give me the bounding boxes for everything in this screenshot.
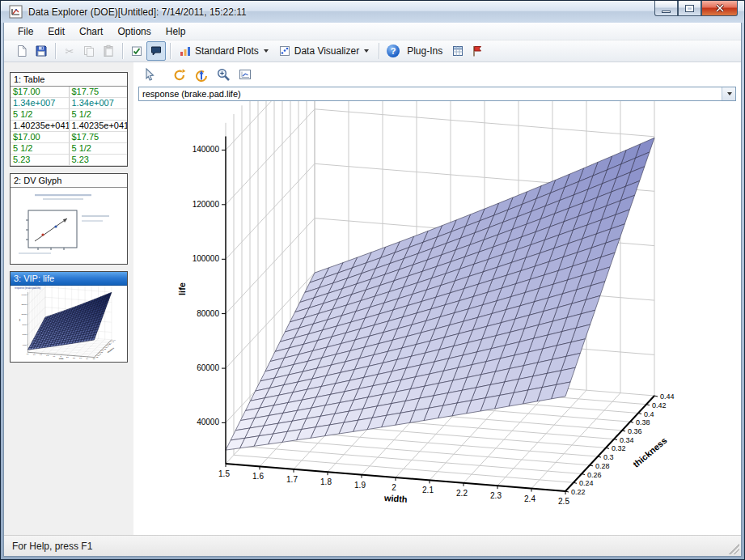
svg-text:2.1: 2.1 [66, 356, 69, 358]
panel-table[interactable]: 1: Table $17.00$17.75 1.34e+0071.34e+007… [10, 72, 128, 167]
svg-text:0.3: 0.3 [603, 453, 614, 461]
dv-glyph-preview [11, 188, 127, 264]
mini-table: $17.00$17.75 1.34e+0071.34e+007 5 1/25 1… [11, 87, 127, 166]
svg-text:0.32: 0.32 [104, 348, 106, 350]
scissors-icon: ✂ [66, 46, 74, 57]
zoom-in-icon [216, 67, 231, 82]
toolbar-separator [379, 43, 379, 59]
copy-icon [83, 45, 95, 57]
new-button[interactable] [12, 41, 32, 61]
rotate-axis-icon [194, 67, 209, 82]
svg-text:1.5: 1.5 [218, 469, 230, 478]
svg-text:1.5: 1.5 [27, 353, 29, 354]
close-button[interactable] [701, 1, 738, 16]
help-button[interactable]: ? [383, 41, 403, 61]
svg-text:0.4: 0.4 [644, 410, 654, 418]
minimize-icon [662, 11, 671, 13]
menu-help[interactable]: Help [159, 23, 193, 40]
table-cell: 5 1/2 [11, 143, 69, 155]
svg-text:thickness: thickness [631, 435, 669, 469]
svg-text:2.4: 2.4 [524, 494, 535, 503]
svg-text:0.42: 0.42 [652, 401, 667, 409]
svg-text:0.28: 0.28 [100, 351, 103, 353]
svg-text:1.8: 1.8 [320, 477, 332, 486]
svg-text:0.26: 0.26 [99, 353, 101, 354]
minimize-button[interactable] [654, 1, 678, 16]
svg-text:40000: 40000 [23, 344, 27, 346]
svg-text:0.36: 0.36 [106, 346, 108, 347]
report-grid-button[interactable] [448, 41, 468, 61]
paste-button[interactable] [99, 41, 118, 61]
panel-vip-life-title[interactable]: 3: VIP: life [11, 272, 127, 286]
response-selector[interactable]: response (brake.pad.life) [138, 87, 736, 101]
window-title: Data Explorer (DOE)[Untitled]: 7/14/2011… [28, 6, 247, 18]
dropdown-arrow-icon [264, 49, 269, 53]
svg-text:0.38: 0.38 [636, 418, 650, 426]
dv-glyph-thumbnail[interactable] [11, 188, 127, 264]
svg-text:width: width [383, 493, 408, 504]
plugins-button[interactable]: Plug-Ins [403, 41, 448, 61]
vip-life-thumbnail[interactable]: 1.51.61.71.81.922.12.22.32.42.50.220.240… [11, 286, 127, 362]
flag-button[interactable] [468, 41, 487, 61]
data-visualizer-button[interactable]: Data Visualizer [274, 41, 375, 61]
panel-table-title[interactable]: 1: Table [11, 73, 127, 87]
bar-chart-icon [179, 45, 192, 57]
svg-text:1.6: 1.6 [252, 472, 264, 481]
svg-text:0.3: 0.3 [102, 350, 104, 351]
rotate-tool-button[interactable] [170, 65, 189, 84]
response-selector-dropdown-button[interactable] [722, 87, 735, 100]
surface-plot[interactable]: 1.51.61.71.81.922.12.22.32.42.50.220.240… [137, 101, 734, 515]
table-cell: $17.00 [11, 87, 69, 98]
menu-edit[interactable]: Edit [40, 23, 72, 40]
svg-text:0.24: 0.24 [579, 479, 594, 487]
svg-text:1.9: 1.9 [53, 355, 56, 357]
table-cell: 5 1/2 [69, 109, 127, 121]
svg-text:width: width [59, 358, 64, 359]
svg-text:140000: 140000 [193, 145, 220, 154]
table-cell: 1.40235e+041 [69, 121, 127, 132]
vip-life-preview: 1.51.61.71.81.922.12.22.32.42.50.220.240… [11, 286, 127, 362]
table-cell: $17.00 [11, 132, 69, 143]
zoom-in-button[interactable] [214, 65, 233, 84]
svg-text:80000: 80000 [23, 324, 27, 325]
scatter-plot-icon [278, 45, 291, 57]
save-button[interactable] [32, 41, 51, 61]
checklist-icon [130, 45, 143, 57]
standard-plots-button[interactable]: Standard Plots [175, 41, 274, 61]
menu-file[interactable]: File [11, 23, 40, 40]
svg-text:0.34: 0.34 [104, 346, 107, 348]
svg-text:0.32: 0.32 [612, 444, 626, 452]
cut-button[interactable]: ✂ [60, 41, 79, 61]
plot-pane: response (brake.pad.life) 1.51.61.71.81.… [133, 62, 741, 535]
menu-options[interactable]: Options [110, 23, 158, 40]
reset-view-button[interactable] [192, 65, 211, 84]
maximize-button[interactable] [678, 1, 701, 16]
table-cell: 1.40235e+041 [11, 121, 69, 132]
chevron-down-icon [727, 92, 732, 95]
titlebar[interactable]: Data Explorer (DOE)[Untitled]: 7/14/2011… [1, 1, 744, 23]
svg-text:100000: 100000 [21, 313, 26, 315]
select-tool-button[interactable] [140, 65, 159, 84]
annotation-button[interactable] [146, 41, 166, 61]
panel-dv-glyph[interactable]: 2: DV Glyph [10, 173, 128, 265]
svg-text:2.3: 2.3 [79, 357, 82, 358]
table-cell: 1.34e+007 [69, 98, 127, 109]
speech-bubble-icon [150, 45, 163, 57]
table-cell: 5 1/2 [69, 143, 127, 155]
svg-text:0.24: 0.24 [97, 354, 99, 356]
svg-text:0.4: 0.4 [109, 342, 111, 344]
svg-text:140000: 140000 [21, 294, 26, 295]
panel-dv-glyph-title[interactable]: 2: DV Glyph [11, 174, 127, 188]
app-icon [9, 5, 23, 19]
select-data-button[interactable] [127, 41, 146, 61]
svg-text:0.44: 0.44 [660, 392, 675, 401]
copy-button[interactable] [79, 41, 99, 61]
svg-text:1.8: 1.8 [46, 354, 49, 356]
plot-window-button[interactable] [235, 65, 255, 84]
maximize-icon [685, 5, 694, 12]
help-icon: ? [387, 45, 400, 57]
table-cell: 5 1/2 [11, 109, 69, 121]
menu-chart[interactable]: Chart [72, 23, 110, 40]
resize-grip-icon[interactable] [729, 544, 739, 554]
panel-vip-life[interactable]: 3: VIP: life 1.51.61.71.81.922.12.22.32.… [10, 271, 128, 363]
